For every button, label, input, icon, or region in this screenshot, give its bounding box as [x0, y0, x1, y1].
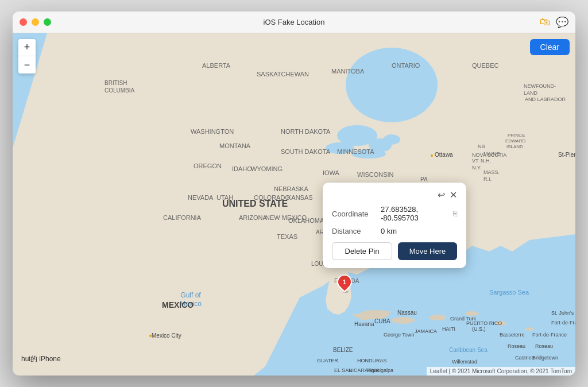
zoom-in-button[interactable]: +: [18, 39, 36, 56]
svg-text:R.I.: R.I.: [483, 176, 492, 182]
svg-text:ISLAND: ISLAND: [506, 144, 523, 149]
svg-text:MINNESOTA: MINNESOTA: [337, 148, 374, 155]
svg-point-6: [346, 48, 438, 122]
coordinate-label: Coordinate: [332, 210, 381, 218]
svg-point-12: [465, 311, 479, 316]
move-here-button[interactable]: Move Here: [398, 242, 457, 260]
coordinate-row: Coordinate 27.683528, -80.595703 ⎘: [332, 205, 457, 222]
map-controls: + −: [18, 39, 36, 73]
svg-text:JAMAICA: JAMAICA: [415, 328, 437, 334]
svg-text:Tegucigalpa: Tegucigalpa: [366, 367, 393, 373]
svg-text:Mexico City: Mexico City: [152, 332, 181, 339]
svg-text:OREGON: OREGON: [194, 162, 222, 169]
svg-text:LAND: LAND: [524, 90, 538, 96]
coordinate-popup: ↩ ✕ Coordinate 27.683528, -80.595703 ⎘ D…: [323, 183, 466, 268]
svg-text:EDWARD: EDWARD: [505, 138, 525, 144]
popup-buttons: Delete Pin Move Here: [332, 242, 457, 260]
svg-point-10: [392, 317, 415, 324]
svg-text:PA: PA: [420, 176, 428, 183]
svg-text:Grand Turk: Grand Turk: [450, 316, 477, 322]
close-button[interactable]: [20, 18, 27, 26]
svg-text:NB: NB: [478, 144, 485, 149]
svg-text:PRINCE: PRINCE: [508, 133, 525, 138]
bag-icon[interactable]: 🛍: [540, 16, 550, 28]
popup-close-button[interactable]: ✕: [450, 189, 457, 200]
zoom-out-button[interactable]: −: [18, 56, 36, 73]
map-pin[interactable]: 1: [337, 274, 354, 295]
svg-text:WYOMING: WYOMING: [251, 165, 283, 172]
maximize-button[interactable]: [44, 18, 51, 26]
svg-text:Bridgetown: Bridgetown: [532, 355, 558, 361]
popup-header: ↩ ✕: [332, 189, 457, 200]
svg-text:ONTARIO: ONTARIO: [392, 62, 420, 69]
svg-text:NORTH DAKOTA: NORTH DAKOTA: [281, 128, 331, 135]
svg-point-48: [431, 154, 433, 157]
svg-text:KANSAS: KANSAS: [287, 194, 313, 201]
svg-point-5: [383, 134, 400, 145]
titlebar: iOS Fake Location 🛍 💬: [13, 11, 575, 33]
svg-text:ARIZONA: ARIZONA: [239, 214, 268, 221]
svg-text:SASKATCHEWAN: SASKATCHEWAN: [257, 71, 309, 78]
svg-text:BRITISH: BRITISH: [105, 80, 127, 86]
svg-text:Nassau: Nassau: [397, 309, 417, 316]
svg-text:St. John's: St. John's: [551, 310, 574, 316]
svg-text:NEWFOUND-: NEWFOUND-: [524, 83, 556, 89]
titlebar-action-icons: 🛍 💬: [540, 16, 568, 29]
svg-text:CALIFORNIA: CALIFORNIA: [163, 214, 202, 221]
svg-text:Ottawa: Ottawa: [435, 152, 453, 158]
pin-number: 1: [343, 278, 346, 285]
svg-text:IOWA: IOWA: [323, 169, 340, 176]
svg-text:Caribbean Sea: Caribbean Sea: [449, 347, 488, 353]
svg-text:CUBA: CUBA: [374, 318, 390, 324]
svg-text:Roseau: Roseau: [535, 343, 553, 349]
svg-text:GUATER: GUATER: [317, 358, 338, 363]
svg-text:MONTANA: MONTANA: [219, 142, 251, 149]
minimize-button[interactable]: [32, 18, 39, 26]
svg-point-14: [525, 327, 534, 331]
copy-icon[interactable]: ⎘: [453, 210, 457, 218]
svg-text:MANITOBA: MANITOBA: [331, 68, 365, 75]
svg-text:Fort-de-France: Fort-de-France: [532, 332, 567, 338]
svg-text:OKLAHOMA: OKLAHOMA: [288, 217, 324, 224]
svg-point-53: [149, 335, 152, 337]
svg-text:N.Y.: N.Y.: [472, 165, 481, 171]
device-label: hui的 iPhone: [21, 354, 61, 364]
svg-text:Havana: Havana: [354, 321, 374, 327]
chat-icon[interactable]: 💬: [556, 16, 568, 29]
window-title: iOS Fake Location: [264, 18, 325, 26]
map-attribution: Leaflet | © 2021 Microsoft Corporation, …: [427, 367, 575, 376]
map-container[interactable]: Gulf of Mexico ALBERTA BRITISH COLUMBIA …: [13, 33, 575, 376]
distance-value: 0 km: [381, 227, 397, 235]
map-background: Gulf of Mexico ALBERTA BRITISH COLUMBIA …: [13, 33, 575, 376]
svg-text:HAITI: HAITI: [442, 326, 455, 332]
svg-text:NOVA SCOTIA: NOVA SCOTIA: [472, 152, 506, 158]
svg-text:NEBRASKA: NEBRASKA: [274, 185, 309, 192]
svg-text:SOUTH DAKOTA: SOUTH DAKOTA: [281, 148, 331, 155]
map-svg: Gulf of Mexico ALBERTA BRITISH COLUMBIA …: [13, 33, 575, 376]
distance-row: Distance 0 km: [332, 227, 457, 235]
svg-text:(U.S.): (U.S.): [472, 326, 486, 332]
svg-text:NEVADA: NEVADA: [188, 194, 214, 201]
coordinate-value: 27.683528, -80.595703 ⎘: [381, 205, 457, 222]
svg-text:UNITED STATE: UNITED STATE: [222, 199, 288, 208]
svg-text:MASS.: MASS.: [483, 169, 500, 175]
svg-text:Willemstad: Willemstad: [452, 359, 477, 365]
svg-text:QUEBEC: QUEBEC: [472, 62, 499, 69]
svg-text:Sargasso Sea: Sargasso Sea: [489, 289, 529, 296]
svg-text:WISCONSIN: WISCONSIN: [357, 171, 394, 178]
svg-text:George Town: George Town: [384, 332, 414, 338]
delete-pin-button[interactable]: Delete Pin: [332, 242, 392, 260]
svg-text:Gulf of: Gulf of: [180, 291, 201, 299]
app-window: iOS Fake Location 🛍 💬: [13, 11, 575, 376]
svg-text:IDAHO: IDAHO: [232, 165, 252, 172]
svg-text:St-Pierre: St-Pierre: [558, 152, 575, 158]
svg-text:Fort-de-France: Fort-de-France: [551, 320, 575, 326]
popup-undo-button[interactable]: ↩: [438, 189, 445, 200]
svg-text:N.H.: N.H.: [481, 158, 491, 164]
svg-text:BELIZE: BELIZE: [333, 347, 353, 353]
svg-text:Roseau: Roseau: [508, 343, 525, 349]
svg-text:TEXAS: TEXAS: [277, 233, 297, 240]
svg-text:VT: VT: [472, 158, 479, 164]
clear-button[interactable]: Clear: [530, 39, 570, 55]
window-controls: [20, 18, 51, 26]
